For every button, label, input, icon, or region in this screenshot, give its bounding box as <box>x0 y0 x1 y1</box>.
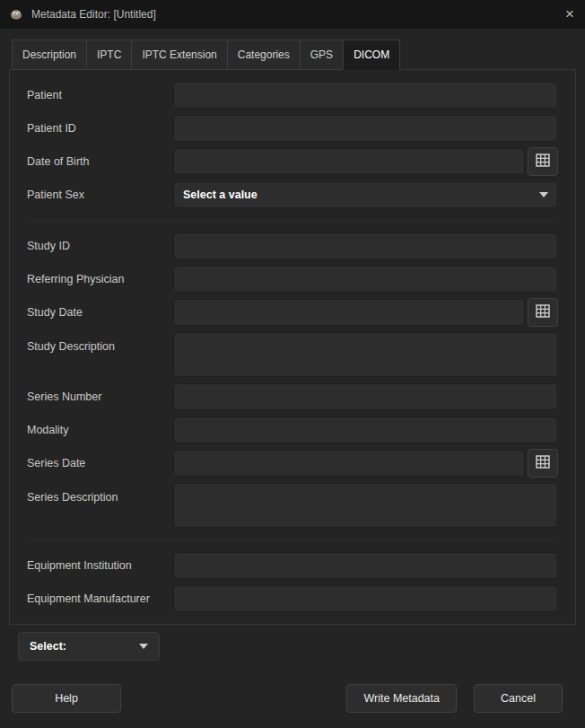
label-patient: Patient <box>27 89 173 101</box>
tab-description[interactable]: Description <box>12 39 87 70</box>
form-row-equipment-institution: Equipment Institution <box>27 552 558 579</box>
study-id-input[interactable] <box>173 232 558 259</box>
date-of-birth-input[interactable] <box>173 148 525 175</box>
label-series-date: Series Date <box>27 457 173 469</box>
form-row-patient-sex: Patient Sex Select a value <box>27 181 558 208</box>
label-study-id: Study ID <box>27 240 173 252</box>
study-date-input[interactable] <box>173 299 525 326</box>
help-button[interactable]: Help <box>12 684 121 713</box>
tab-categories[interactable]: Categories <box>227 39 301 70</box>
date-of-birth-calendar-button[interactable] <box>528 147 558 176</box>
form-row-patient-id: Patient ID <box>27 115 558 142</box>
dialog-footer: Help Write Metadata Cancel <box>0 661 585 713</box>
series-date-input[interactable] <box>173 450 525 477</box>
calendar-grid-icon <box>536 455 550 471</box>
dicom-form-panel: Patient Patient ID Date of Birth <box>9 69 576 625</box>
tab-bar: Description IPTC IPTC Extension Categori… <box>9 39 576 70</box>
label-series-number: Series Number <box>27 390 173 403</box>
patient-sex-value: Select a value <box>183 189 258 201</box>
chevron-down-icon <box>539 192 548 197</box>
label-series-description: Series Description <box>27 483 173 504</box>
equipment-institution-input[interactable] <box>173 552 558 579</box>
series-number-input[interactable] <box>173 383 558 410</box>
form-row-modality: Modality <box>27 417 558 443</box>
window-title: Metadata Editor: [Untitled] <box>31 8 156 21</box>
study-description-textarea[interactable] <box>173 332 558 377</box>
form-row-study-date: Study Date <box>27 299 558 326</box>
study-date-calendar-button[interactable] <box>528 298 558 327</box>
patient-id-input[interactable] <box>173 115 558 142</box>
equipment-manufacturer-input[interactable] <box>173 585 558 612</box>
tab-gps[interactable]: GPS <box>300 39 344 70</box>
patient-sex-select[interactable]: Select a value <box>173 181 558 208</box>
label-study-date: Study Date <box>27 306 173 319</box>
form-row-patient: Patient <box>27 82 558 109</box>
tab-dicom[interactable]: DICOM <box>343 39 400 70</box>
calendar-grid-icon <box>536 304 550 320</box>
close-button[interactable]: × <box>554 0 585 29</box>
form-row-series-date: Series Date <box>27 450 558 477</box>
form-row-study-description: Study Description <box>27 332 558 377</box>
write-metadata-button[interactable]: Write Metadata <box>346 684 457 713</box>
calendar-grid-icon <box>536 153 550 170</box>
label-patient-sex: Patient Sex <box>27 189 173 201</box>
label-modality: Modality <box>27 424 173 436</box>
cancel-button[interactable]: Cancel <box>474 684 563 713</box>
form-row-equipment-manufacturer: Equipment Manufacturer <box>27 585 558 612</box>
modality-input[interactable] <box>173 417 558 443</box>
label-date-of-birth: Date of Birth <box>27 155 173 168</box>
patient-input[interactable] <box>173 82 558 109</box>
group-separator <box>27 539 558 540</box>
series-description-textarea[interactable] <box>173 483 558 528</box>
group-separator <box>27 220 558 221</box>
referring-physician-input[interactable] <box>173 266 558 293</box>
chevron-down-icon <box>139 644 148 649</box>
metadata-editor-window: Metadata Editor: [Untitled] × Descriptio… <box>0 0 585 728</box>
label-study-description: Study Description <box>27 332 173 353</box>
form-row-referring-physician: Referring Physician <box>27 266 558 293</box>
app-icon <box>9 7 23 22</box>
series-date-calendar-button[interactable] <box>528 449 558 478</box>
tab-iptc-extension[interactable]: IPTC Extension <box>131 39 227 70</box>
form-row-series-number: Series Number <box>27 383 558 410</box>
label-referring-physician: Referring Physician <box>27 273 173 285</box>
label-patient-id: Patient ID <box>27 122 173 135</box>
form-row-date-of-birth: Date of Birth <box>27 148 558 175</box>
select-dropdown[interactable]: Select: <box>18 632 160 661</box>
titlebar: Metadata Editor: [Untitled] × <box>0 0 585 29</box>
label-equipment-institution: Equipment Institution <box>27 559 173 572</box>
label-equipment-manufacturer: Equipment Manufacturer <box>27 592 173 605</box>
select-dropdown-label: Select: <box>30 640 66 653</box>
form-row-study-id: Study ID <box>27 232 558 259</box>
form-row-series-description: Series Description <box>27 483 558 528</box>
tab-iptc[interactable]: IPTC <box>86 39 132 70</box>
